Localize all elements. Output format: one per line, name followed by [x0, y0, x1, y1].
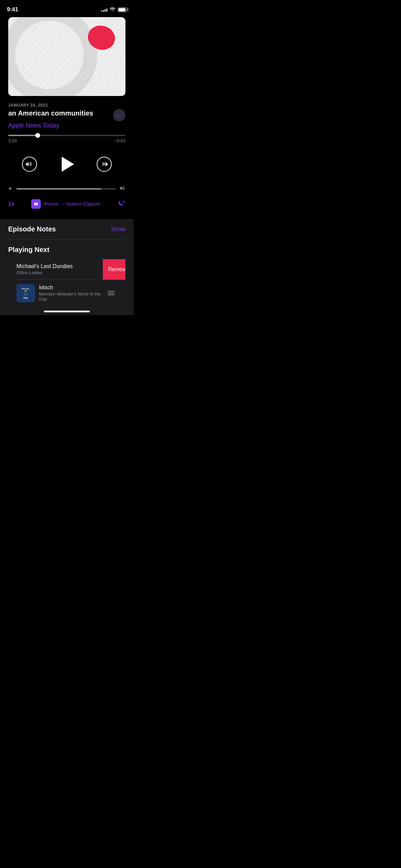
artwork-wrapper [0, 17, 134, 96]
progress-bar[interactable] [8, 135, 125, 136]
playback-controls: 15 30 [0, 146, 134, 182]
episode-info: JANUARY 24, 2023 an American communities… [0, 103, 134, 129]
queue-item-podcast-1: Office Ladies [16, 270, 101, 275]
episode-date: JANUARY 24, 2023 [8, 103, 125, 108]
queue-item-podcast-2: Merriam-Webster's Word of the Day [39, 291, 101, 302]
skip-forward-circle: 30 [97, 157, 112, 172]
episode-title: an American communities [8, 109, 110, 117]
queue-item-wrapper-1: Michael's Last Dundies Office Ladies Rem… [8, 259, 125, 280]
home-bar [44, 311, 90, 312]
sleep-timer-button[interactable]: ZZ [117, 199, 125, 209]
episode-title-row: an American communities ··· [8, 109, 125, 121]
queue-item-title-1: Michael's Last Dundies [16, 263, 101, 269]
time-remaining: −9:03 [114, 138, 125, 143]
time-elapsed: 3:00 [8, 138, 17, 143]
volume-control[interactable] [0, 186, 134, 192]
volume-high-icon [119, 186, 125, 192]
audio-output-button[interactable]: iPhone → System Capture [31, 199, 100, 209]
progress-section[interactable]: 3:00 −9:03 [0, 135, 134, 143]
queue-item-wrapper-2: Merriam W Word of the Day kitsch Merriam… [8, 280, 125, 306]
remove-button-1[interactable]: Remove [103, 259, 125, 280]
playing-next-title: Playing Next [8, 246, 125, 254]
episode-notes-header: Episode Notes Show [8, 225, 125, 240]
svg-text:ZZ: ZZ [122, 201, 125, 203]
wifi-icon [110, 8, 116, 12]
skip-back-circle: 15 [22, 157, 37, 172]
bottom-controls: 1x iPhone → System Capture ZZ [0, 199, 134, 209]
progress-thumb[interactable] [35, 133, 40, 138]
play-button[interactable] [56, 153, 78, 176]
queue-item-text-1: Michael's Last Dundies Office Ladies [16, 263, 101, 275]
more-options-button[interactable]: ··· [113, 109, 125, 121]
progress-times: 3:00 −9:03 [8, 138, 125, 143]
volume-bar[interactable] [16, 188, 116, 190]
episode-notes-show-button[interactable]: Show [111, 226, 125, 233]
queue-item-title-2: kitsch [39, 285, 101, 291]
artwork-circle-decoration [8, 17, 97, 96]
drag-handle-2[interactable] [105, 288, 117, 298]
more-dots-icon: ··· [117, 112, 122, 118]
queue-item-artwork-2: Merriam W Word of the Day [16, 284, 35, 302]
battery-icon [118, 8, 127, 12]
queue-item: Michael's Last Dundies Office Ladies [16, 259, 117, 280]
status-bar: 9:41 [0, 0, 134, 17]
playing-next-section: Playing Next Michael's Last Dundies Offi… [0, 240, 134, 306]
playback-speed-button[interactable]: 1x [8, 201, 14, 207]
svg-point-2 [36, 204, 36, 204]
play-icon [62, 157, 74, 172]
volume-bar-fill [16, 188, 101, 190]
queue-item: Merriam W Word of the Day kitsch Merriam… [16, 280, 117, 306]
skip-forward-button[interactable]: 30 [95, 155, 113, 173]
skip-back-arrow-icon [25, 162, 28, 166]
output-device-label: iPhone → System Capture [44, 201, 100, 207]
queue-item-text-2: kitsch Merriam-Webster's Word of the Day [39, 285, 101, 302]
status-time: 9:41 [7, 6, 18, 13]
podcast-artwork [8, 17, 125, 96]
skip-forward-arrow-icon [106, 162, 108, 166]
podcast-name[interactable]: Apple News Today [8, 122, 125, 129]
episode-notes-section: Episode Notes Show [0, 219, 134, 240]
volume-low-icon [8, 186, 13, 192]
status-icons [101, 8, 127, 12]
skip-back-label: 15 [27, 162, 32, 167]
episode-notes-title: Episode Notes [8, 225, 56, 233]
progress-bar-fill [8, 135, 38, 136]
output-device-icon [31, 199, 41, 209]
skip-back-button[interactable]: 15 [21, 155, 38, 173]
home-indicator[interactable] [0, 306, 134, 315]
signal-icon [101, 8, 107, 12]
